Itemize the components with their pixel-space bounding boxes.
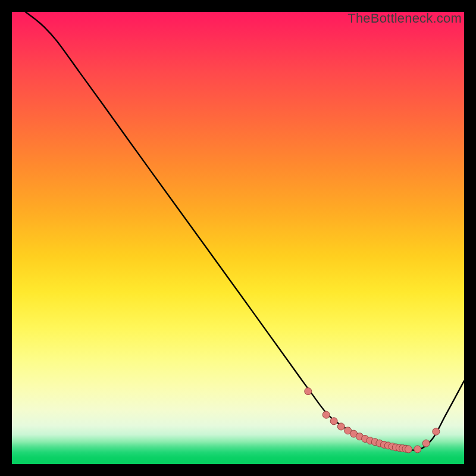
curve-marker bbox=[337, 423, 345, 430]
curve-marker bbox=[422, 440, 430, 447]
curve-marker bbox=[305, 388, 312, 395]
curve-marker bbox=[433, 428, 440, 435]
curve-marker bbox=[330, 418, 337, 425]
curve-marker bbox=[405, 446, 412, 453]
curve-marker bbox=[414, 446, 421, 453]
curve-markers bbox=[305, 388, 440, 453]
curve-marker bbox=[322, 411, 330, 418]
chart-frame: TheBottleneck.com bbox=[12, 12, 464, 464]
chart-plot bbox=[12, 12, 464, 464]
curve-line bbox=[26, 12, 464, 450]
